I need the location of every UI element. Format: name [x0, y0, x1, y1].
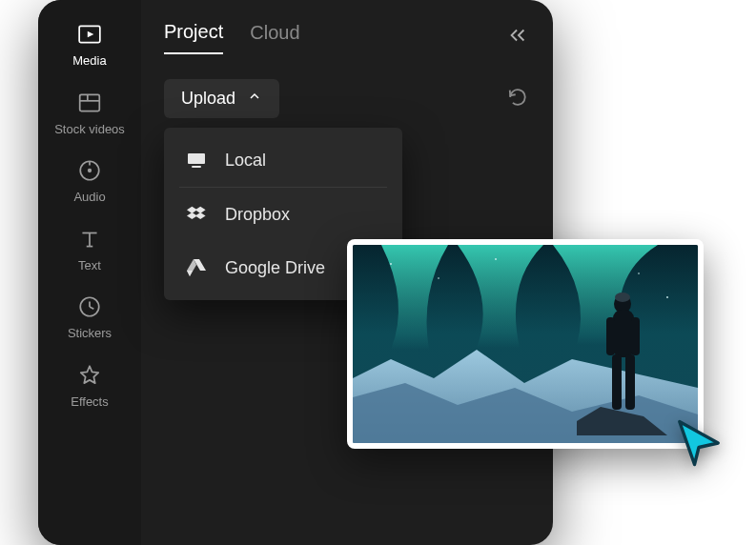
stock-videos-icon	[76, 90, 103, 116]
upload-menu-item-label: Local	[225, 151, 266, 171]
sidebar-item-effects[interactable]: Effects	[38, 362, 141, 410]
svg-rect-1	[80, 94, 100, 111]
svg-rect-25	[606, 317, 615, 355]
sidebar-item-label: Stock videos	[54, 122, 125, 137]
upload-menu-item-dropbox[interactable]: Dropbox	[164, 188, 402, 241]
svg-point-18	[495, 258, 497, 260]
upload-menu-item-local[interactable]: Local	[164, 133, 402, 187]
svg-rect-22	[613, 310, 634, 357]
svg-rect-13	[188, 153, 205, 164]
svg-point-16	[390, 263, 392, 265]
sidebar-item-label: Media	[72, 53, 106, 69]
chevron-up-icon	[247, 89, 262, 109]
upload-menu-item-label: Google Drive	[225, 258, 325, 278]
refresh-button[interactable]	[507, 87, 528, 111]
sidebar-item-audio[interactable]: Audio	[38, 157, 141, 205]
cursor-pointer-icon	[673, 417, 725, 469]
sidebar-item-text[interactable]: Text	[38, 226, 141, 273]
sidebar-item-label: Text	[78, 258, 101, 273]
monitor-icon	[185, 149, 208, 172]
sidebar-item-media[interactable]: Media	[38, 21, 141, 69]
svg-point-19	[638, 272, 640, 274]
sidebar-item-stickers[interactable]: Stickers	[38, 293, 141, 341]
collapse-panel-button[interactable]	[507, 25, 528, 50]
tab-project[interactable]: Project	[164, 21, 223, 54]
upload-button[interactable]: Upload	[164, 79, 279, 118]
sidebar-item-label: Stickers	[68, 326, 112, 341]
sidebar: Media Stock videos	[38, 0, 141, 545]
svg-rect-23	[612, 354, 622, 410]
svg-point-27	[615, 293, 630, 302]
svg-point-20	[666, 296, 668, 298]
svg-line-12	[90, 307, 93, 309]
audio-icon	[76, 157, 103, 184]
svg-point-17	[438, 277, 439, 279]
svg-rect-24	[625, 354, 635, 410]
stickers-icon	[76, 293, 103, 320]
media-thumbnail[interactable]	[347, 239, 704, 449]
tab-cloud[interactable]: Cloud	[250, 22, 299, 53]
sidebar-item-label: Effects	[71, 394, 109, 410]
dropbox-icon	[185, 203, 208, 226]
upload-menu-item-label: Dropbox	[225, 205, 290, 225]
svg-point-5	[88, 169, 92, 172]
sidebar-item-label: Audio	[73, 190, 105, 205]
google-drive-icon	[185, 256, 208, 279]
sidebar-item-stock-videos[interactable]: Stock videos	[38, 90, 141, 137]
media-icon	[76, 21, 103, 48]
tabs: Project Cloud	[164, 21, 530, 54]
upload-button-label: Upload	[181, 89, 235, 109]
svg-rect-26	[631, 317, 640, 355]
svg-rect-14	[192, 166, 201, 168]
effects-icon	[76, 362, 103, 389]
text-icon	[76, 226, 103, 252]
